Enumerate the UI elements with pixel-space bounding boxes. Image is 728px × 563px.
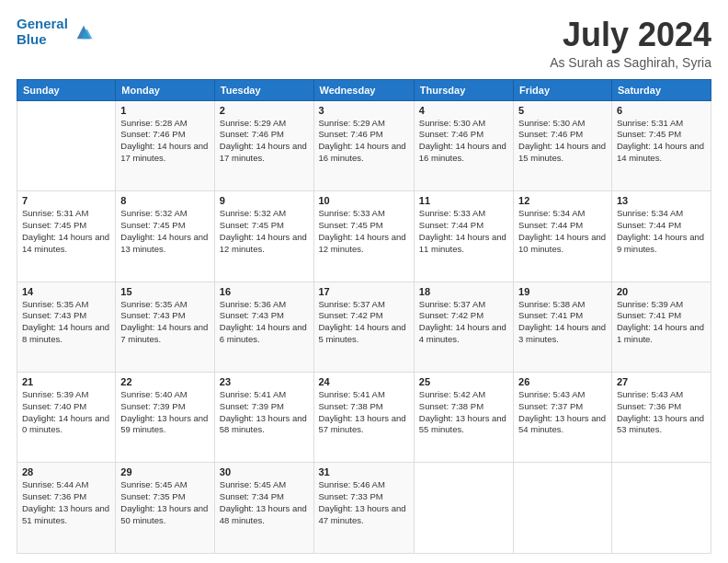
week-row-5: 28Sunrise: 5:44 AMSunset: 7:36 PMDayligh… — [17, 463, 711, 554]
week-row-2: 7Sunrise: 5:31 AMSunset: 7:45 PMDaylight… — [17, 191, 711, 282]
day-cell: 21Sunrise: 5:39 AMSunset: 7:40 PMDayligh… — [17, 373, 116, 463]
day-cell: 19Sunrise: 5:38 AMSunset: 7:41 PMDayligh… — [514, 282, 612, 372]
day-info: Sunrise: 5:45 AMSunset: 7:35 PMDaylight:… — [120, 479, 209, 526]
day-number: 26 — [518, 376, 607, 387]
day-cell: 5Sunrise: 5:30 AMSunset: 7:46 PMDaylight… — [514, 100, 612, 190]
day-info: Sunrise: 5:30 AMSunset: 7:46 PMDaylight:… — [518, 118, 607, 165]
day-cell: 17Sunrise: 5:37 AMSunset: 7:42 PMDayligh… — [313, 282, 414, 372]
weekday-header-thursday: Thursday — [414, 79, 513, 100]
day-number: 7 — [22, 195, 110, 206]
day-info: Sunrise: 5:38 AMSunset: 7:41 PMDaylight:… — [518, 299, 607, 346]
weekday-header-tuesday: Tuesday — [214, 79, 313, 100]
day-cell: 20Sunrise: 5:39 AMSunset: 7:41 PMDayligh… — [611, 282, 711, 372]
day-number: 31 — [319, 466, 409, 477]
day-number: 12 — [518, 195, 607, 206]
day-number: 3 — [319, 105, 409, 116]
day-cell: 16Sunrise: 5:36 AMSunset: 7:43 PMDayligh… — [214, 282, 313, 372]
day-number: 20 — [617, 286, 706, 297]
day-cell: 9Sunrise: 5:32 AMSunset: 7:45 PMDaylight… — [214, 191, 313, 282]
day-cell: 27Sunrise: 5:43 AMSunset: 7:36 PMDayligh… — [611, 373, 711, 463]
weekday-header-sunday: Sunday — [17, 79, 116, 100]
day-cell: 29Sunrise: 5:45 AMSunset: 7:35 PMDayligh… — [116, 463, 214, 554]
day-info: Sunrise: 5:35 AMSunset: 7:43 PMDaylight:… — [120, 299, 209, 346]
logo-line2: Blue — [17, 32, 68, 48]
day-number: 2 — [220, 105, 309, 116]
day-number: 15 — [120, 286, 209, 297]
page: General Blue July 2024 As Surah as Saghi… — [0, 0, 728, 563]
day-cell: 4Sunrise: 5:30 AMSunset: 7:46 PMDaylight… — [414, 100, 513, 190]
day-cell: 10Sunrise: 5:33 AMSunset: 7:45 PMDayligh… — [313, 191, 414, 282]
day-info: Sunrise: 5:33 AMSunset: 7:44 PMDaylight:… — [419, 208, 508, 255]
week-row-1: 1Sunrise: 5:28 AMSunset: 7:46 PMDaylight… — [17, 100, 711, 190]
day-info: Sunrise: 5:28 AMSunset: 7:46 PMDaylight:… — [120, 118, 209, 165]
day-info: Sunrise: 5:44 AMSunset: 7:36 PMDaylight:… — [22, 479, 110, 526]
day-number: 21 — [22, 376, 110, 387]
day-info: Sunrise: 5:41 AMSunset: 7:39 PMDaylight:… — [220, 389, 309, 436]
logo-icon — [74, 22, 94, 42]
day-info: Sunrise: 5:32 AMSunset: 7:45 PMDaylight:… — [220, 208, 309, 255]
day-cell — [514, 463, 612, 554]
day-number: 25 — [419, 376, 508, 387]
day-info: Sunrise: 5:46 AMSunset: 7:33 PMDaylight:… — [319, 479, 409, 526]
day-info: Sunrise: 5:32 AMSunset: 7:45 PMDaylight:… — [120, 208, 209, 255]
day-info: Sunrise: 5:30 AMSunset: 7:46 PMDaylight:… — [419, 118, 508, 165]
day-info: Sunrise: 5:34 AMSunset: 7:44 PMDaylight:… — [518, 208, 607, 255]
day-cell: 24Sunrise: 5:41 AMSunset: 7:38 PMDayligh… — [313, 373, 414, 463]
day-number: 11 — [419, 195, 508, 206]
day-number: 29 — [120, 466, 209, 477]
day-cell: 22Sunrise: 5:40 AMSunset: 7:39 PMDayligh… — [116, 373, 214, 463]
day-cell: 14Sunrise: 5:35 AMSunset: 7:43 PMDayligh… — [17, 282, 116, 372]
day-number: 17 — [319, 286, 409, 297]
day-info: Sunrise: 5:41 AMSunset: 7:38 PMDaylight:… — [319, 389, 409, 436]
header: General Blue July 2024 As Surah as Saghi… — [17, 17, 711, 70]
week-row-3: 14Sunrise: 5:35 AMSunset: 7:43 PMDayligh… — [17, 282, 711, 372]
day-number: 19 — [518, 286, 607, 297]
day-number: 23 — [220, 376, 309, 387]
day-info: Sunrise: 5:29 AMSunset: 7:46 PMDaylight:… — [319, 118, 409, 165]
location: As Surah as Saghirah, Syria — [550, 55, 711, 70]
day-info: Sunrise: 5:34 AMSunset: 7:44 PMDaylight:… — [617, 208, 706, 255]
day-number: 27 — [617, 376, 706, 387]
day-cell: 7Sunrise: 5:31 AMSunset: 7:45 PMDaylight… — [17, 191, 116, 282]
month-title: July 2024 — [550, 17, 711, 53]
day-info: Sunrise: 5:37 AMSunset: 7:42 PMDaylight:… — [419, 299, 508, 346]
day-info: Sunrise: 5:36 AMSunset: 7:43 PMDaylight:… — [220, 299, 309, 346]
day-number: 14 — [22, 286, 110, 297]
day-cell: 12Sunrise: 5:34 AMSunset: 7:44 PMDayligh… — [514, 191, 612, 282]
day-cell: 11Sunrise: 5:33 AMSunset: 7:44 PMDayligh… — [414, 191, 513, 282]
logo-text: General Blue — [17, 17, 94, 47]
weekday-header-monday: Monday — [116, 79, 214, 100]
title-block: July 2024 As Surah as Saghirah, Syria — [550, 17, 711, 70]
day-number: 18 — [419, 286, 508, 297]
day-number: 22 — [120, 376, 209, 387]
day-cell: 30Sunrise: 5:45 AMSunset: 7:34 PMDayligh… — [214, 463, 313, 554]
day-number: 9 — [220, 195, 309, 206]
day-number: 8 — [120, 195, 209, 206]
day-info: Sunrise: 5:43 AMSunset: 7:37 PMDaylight:… — [518, 389, 607, 436]
day-number: 5 — [518, 105, 607, 116]
weekday-header-friday: Friday — [514, 79, 612, 100]
day-cell — [611, 463, 711, 554]
weekday-header-wednesday: Wednesday — [313, 79, 414, 100]
calendar-body: 1Sunrise: 5:28 AMSunset: 7:46 PMDaylight… — [17, 100, 711, 553]
day-info: Sunrise: 5:29 AMSunset: 7:46 PMDaylight:… — [220, 118, 309, 165]
calendar-table: SundayMondayTuesdayWednesdayThursdayFrid… — [17, 79, 711, 554]
day-info: Sunrise: 5:39 AMSunset: 7:41 PMDaylight:… — [617, 299, 706, 346]
day-number: 4 — [419, 105, 508, 116]
day-cell: 25Sunrise: 5:42 AMSunset: 7:38 PMDayligh… — [414, 373, 513, 463]
day-info: Sunrise: 5:42 AMSunset: 7:38 PMDaylight:… — [419, 389, 508, 436]
day-cell: 2Sunrise: 5:29 AMSunset: 7:46 PMDaylight… — [214, 100, 313, 190]
day-number: 24 — [319, 376, 409, 387]
logo-line1: General — [17, 16, 68, 31]
day-cell: 28Sunrise: 5:44 AMSunset: 7:36 PMDayligh… — [17, 463, 116, 554]
day-number: 1 — [120, 105, 209, 116]
day-cell: 6Sunrise: 5:31 AMSunset: 7:45 PMDaylight… — [611, 100, 711, 190]
day-info: Sunrise: 5:45 AMSunset: 7:34 PMDaylight:… — [220, 479, 309, 526]
weekday-header-row: SundayMondayTuesdayWednesdayThursdayFrid… — [17, 79, 711, 100]
day-info: Sunrise: 5:40 AMSunset: 7:39 PMDaylight:… — [120, 389, 209, 436]
day-info: Sunrise: 5:31 AMSunset: 7:45 PMDaylight:… — [22, 208, 110, 255]
day-number: 28 — [22, 466, 110, 477]
day-cell: 3Sunrise: 5:29 AMSunset: 7:46 PMDaylight… — [313, 100, 414, 190]
day-cell — [17, 100, 116, 190]
day-number: 13 — [617, 195, 706, 206]
